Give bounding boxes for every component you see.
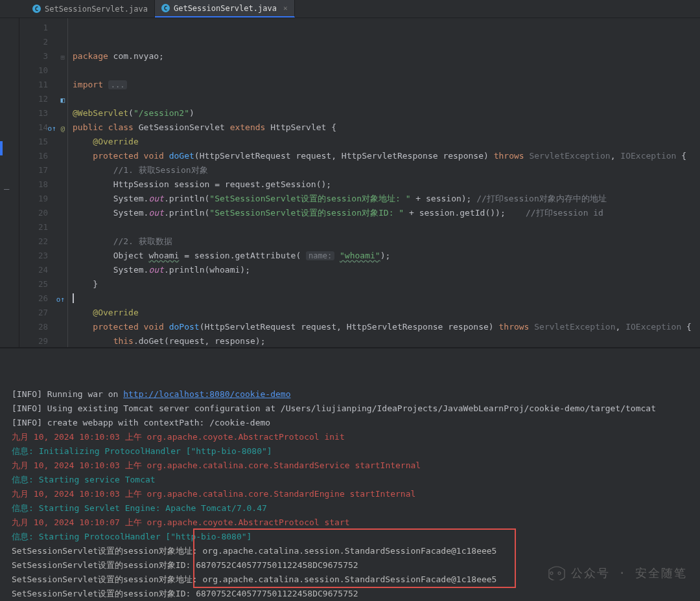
- console-line: 信息: Starting service Tomcat: [12, 475, 156, 484]
- tab-setsessionservlet[interactable]: C SetSessionServlet.java: [26, 0, 155, 17]
- console-line: 九月 10, 2024 10:10:03 上午 org.apache.catal…: [12, 489, 415, 499]
- editor-tabs: C SetSessionServlet.java C GetSessionSer…: [0, 0, 700, 18]
- console-line: 九月 10, 2024 10:10:03 上午 org.apache.catal…: [12, 460, 421, 470]
- close-icon[interactable]: ✕: [283, 4, 288, 12]
- console-line: 信息: Initializing ProtocolHandler ["http-…: [12, 446, 272, 456]
- console-line: 九月 10, 2024 10:10:07 上午 org.apache.coyot…: [12, 517, 350, 527]
- console-line: SetSessionServlet设置的session对象地址:: [12, 574, 198, 584]
- run-console[interactable]: [INFO] Running war on http://localhost:8…: [0, 347, 700, 601]
- line-number-gutter: 1 2 3⊞ 10 11 12◧ 13 14o↑ @ 15 16 17 18 1…: [19, 18, 67, 347]
- code-editor[interactable]: package com.nvyao; import ... @WebServle…: [67, 18, 700, 347]
- watermark: 公众号 · 安全随笔: [548, 566, 687, 580]
- console-line: [INFO] create webapp with contextPath: /…: [12, 418, 270, 427]
- console-line: SetSessionServlet设置的session对象ID:: [12, 560, 196, 570]
- console-line: SetSessionServlet设置的session对象ID:: [12, 589, 196, 598]
- console-line: [INFO] Running war on: [12, 389, 123, 399]
- console-line: 九月 10, 2024 10:10:03 上午 org.apache.coyot…: [12, 432, 345, 442]
- console-link[interactable]: http://localhost:8080/cookie-demo: [123, 389, 290, 399]
- editor-pane: — 1 2 3⊞ 10 11 12◧ 13 14o↑ @ 15 16 17 18…: [0, 18, 700, 347]
- left-gutter-strip: —: [0, 18, 19, 347]
- override-gutter-icon[interactable]: o↑: [56, 293, 65, 307]
- console-line: [INFO] Using existing Tomcat server conf…: [12, 403, 656, 413]
- console-line: 信息: Starting ProtocolHandler ["http-bio-…: [12, 532, 251, 541]
- java-class-icon: C: [32, 5, 41, 13]
- class-gutter-icon[interactable]: ◧: [60, 93, 65, 108]
- console-line: SetSessionServlet设置的session对象地址:: [12, 546, 198, 556]
- java-class-icon: C: [161, 4, 170, 12]
- change-marker: [0, 141, 3, 155]
- tab-label: GetSessionServlet.java: [174, 4, 277, 13]
- console-line: 信息: Starting Servlet Engine: Apache Tomc…: [12, 503, 267, 513]
- override-gutter-icon[interactable]: o↑: [48, 124, 56, 133]
- tab-label: SetSessionServlet.java: [45, 5, 148, 14]
- tab-getsessionservlet[interactable]: C GetSessionServlet.java ✕: [155, 0, 295, 17]
- collapse-handle-icon[interactable]: —: [4, 183, 9, 194]
